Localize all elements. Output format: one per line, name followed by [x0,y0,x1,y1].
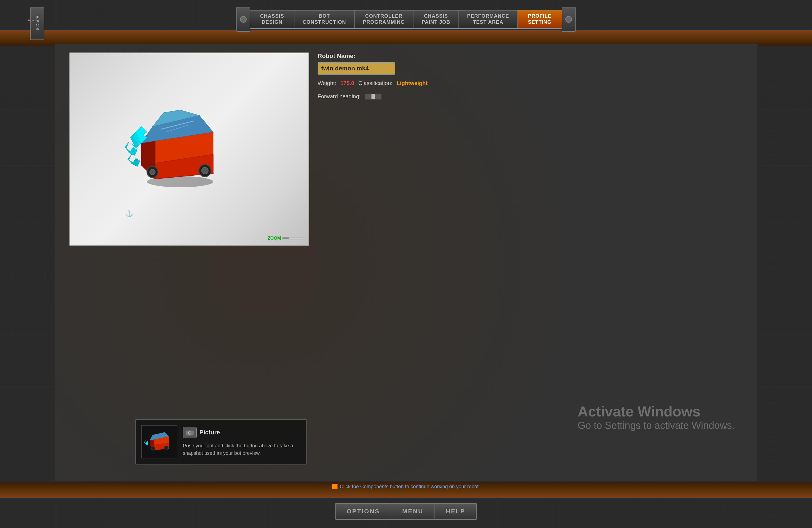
classification-label: Classification: [359,80,392,86]
svg-marker-61 [128,154,140,166]
weight-label: Weight: [318,80,336,86]
bottom-nav-help[interactable]: HELP [435,504,476,519]
bolt-left [240,16,247,23]
tab-controller-programming[interactable]: CONTROLLERPROGRAMMING [354,11,414,28]
zoom-bar[interactable] [282,237,304,239]
robot-name-input[interactable] [318,62,395,75]
picture-panel: Picture Pose your bot and click the butt… [135,419,307,465]
tab-chassis-paint-job-label: CHASSISPAINT JOB [422,13,450,25]
thumbnail-robot-svg [144,428,175,456]
tab-chassis-paint-job[interactable]: CHASSISPAINT JOB [414,11,459,28]
viewport-inner: ⚓ ZOOM [70,53,308,245]
bottom-nav-menu[interactable]: MENU [391,504,435,519]
nav-bar: CHASSISDESIGN BOTCONSTRUCTION CONTROLLER… [0,5,812,33]
tab-bot-construction-label: BOTCONSTRUCTION [303,13,346,25]
nav-tabs-container: CHASSISDESIGN BOTCONSTRUCTION CONTROLLER… [250,10,563,28]
svg-point-75 [164,446,169,450]
windows-activation: Activate Windows Go to Settings to activ… [578,403,735,431]
tab-controller-programming-label: CONTROLLERPROGRAMMING [363,13,405,25]
status-message: Click the Components button to continue … [332,484,480,489]
forward-heading-label: Forward heading: [318,93,361,100]
picture-title-text: Picture [199,429,220,436]
tab-chassis-design-label: CHASSISDESIGN [260,13,284,25]
robot-3d-display [119,99,235,200]
forward-heading-row: Forward heading: [318,93,749,100]
tab-profile-setting-label: PROFILESETTING [528,13,552,25]
tab-profile-setting[interactable]: PROFILESETTING [518,11,562,28]
bottom-nav-options[interactable]: OPTIONS [336,504,391,519]
windows-activation-subtitle: Go to Settings to activate Windows. [578,420,735,431]
right-panel: Robot Name: Weight: 175.0 Classification… [318,53,749,108]
bottom-nav-options-label: OPTIONS [347,508,380,515]
status-bar: Click the Components button to continue … [0,481,812,492]
bottom-nav-menu-label: MENU [402,508,423,515]
windows-activation-title: Activate Windows [578,403,735,420]
picture-thumbnail [141,425,177,458]
tab-bot-construction[interactable]: BOTCONSTRUCTION [294,11,354,28]
heading-slider-thumb [372,94,375,99]
picture-description: Pose your bot and click the button above… [183,442,301,457]
tab-performance-test-area-label: PERFORMANCETEST AREA [467,13,509,25]
bottom-nav-help-label: HELP [446,508,465,515]
classification-value: Lightweight [396,80,427,86]
svg-point-76 [151,446,155,450]
bottom-nav: OPTIONS MENU HELP [335,503,477,520]
tab-chassis-design[interactable]: CHASSISDESIGN [250,11,294,28]
picture-title-row: Picture [183,427,301,438]
zoom-label: ZOOM [267,236,281,241]
robot-name-label: Robot Name: [318,53,749,60]
robot-viewport[interactable]: ⚓ ZOOM [69,53,309,246]
svg-rect-79 [188,430,190,431]
weight-value: 175.0 [340,80,354,86]
tab-performance-test-area[interactable]: PERFORMANCETEST AREA [459,11,518,28]
camera-icon-svg [186,429,194,436]
main-content-area: ⚓ ZOOM Robot Name: Weight: 175.0 Classif… [55,44,757,481]
camera-button[interactable] [183,427,197,438]
nav-left-bolt [236,7,250,32]
picture-info: Picture Pose your bot and click the butt… [183,427,301,457]
bolt-right [565,16,572,23]
robot-svg [119,99,235,198]
heading-slider[interactable] [365,94,381,99]
svg-point-63 [202,167,208,174]
zoom-bar-fill [282,237,289,239]
weight-row: Weight: 175.0 Classification: Lightweigh… [318,80,749,86]
rope-decoration: ⚓ [125,210,133,217]
nav-right-bolt [562,7,576,32]
status-icon [332,484,337,489]
svg-point-65 [150,169,155,175]
zoom-indicator: ZOOM [267,236,304,241]
status-text-content: Click the Components button to continue … [340,484,480,489]
